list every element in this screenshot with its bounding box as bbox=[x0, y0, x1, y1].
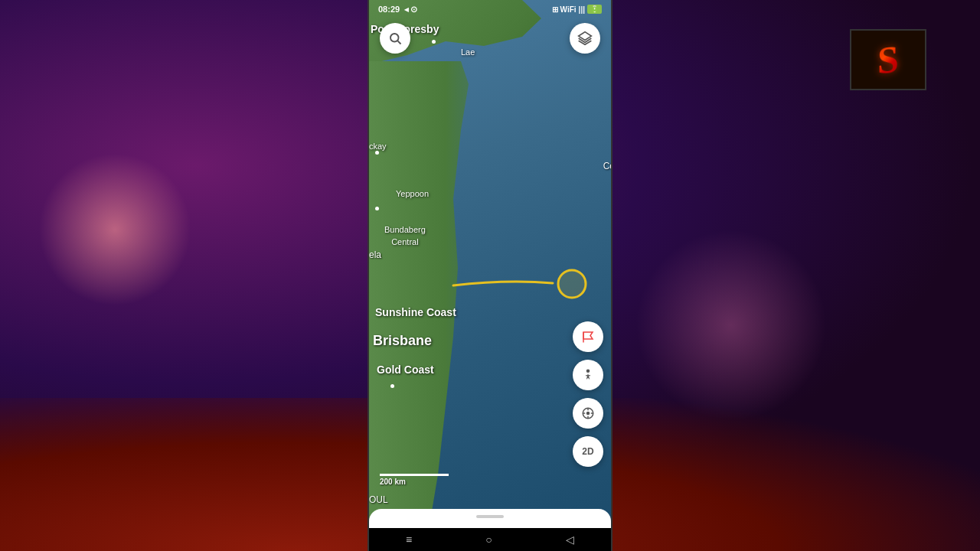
bottom-sheet-handle bbox=[476, 515, 504, 518]
status-time: 08:29 ◂ ⊙ bbox=[378, 5, 417, 15]
bg-glow-left bbox=[38, 153, 191, 306]
phone-frame: Port Moresby Lae ckay Yeppoon BundabergC… bbox=[368, 0, 612, 551]
nav-back-icon[interactable]: ◁ bbox=[566, 533, 574, 546]
scale-line bbox=[380, 474, 449, 476]
scale-label: 200 km bbox=[380, 478, 406, 486]
nav-home-icon[interactable]: ○ bbox=[485, 533, 492, 546]
svg-line-2 bbox=[397, 41, 400, 44]
superman-letter: S bbox=[877, 37, 899, 83]
map-container[interactable]: Port Moresby Lae ckay Yeppoon BundabergC… bbox=[369, 0, 611, 551]
pegman-button[interactable] bbox=[573, 360, 603, 390]
status-bar: 08:29 ◂ ⊙ ⊞ WiFi ||| 🔋 bbox=[369, 0, 611, 18]
scale-bar: 200 km bbox=[380, 474, 449, 486]
status-icons: ⊞ WiFi ||| 🔋 bbox=[552, 5, 602, 14]
svg-point-7 bbox=[587, 412, 590, 415]
bg-glow-right bbox=[635, 230, 827, 421]
svg-point-1 bbox=[390, 34, 399, 42]
layers-button[interactable] bbox=[570, 23, 600, 54]
flag-button[interactable] bbox=[573, 321, 603, 352]
action-buttons: 2D bbox=[573, 321, 603, 467]
2d-button[interactable]: 2D bbox=[573, 436, 603, 467]
superman-logo: S bbox=[850, 29, 926, 90]
search-button[interactable] bbox=[380, 23, 410, 54]
compass-button[interactable] bbox=[573, 398, 603, 429]
svg-point-5 bbox=[586, 370, 590, 373]
nav-menu-icon[interactable]: ≡ bbox=[406, 533, 412, 546]
nav-bar: ≡ ○ ◁ bbox=[369, 528, 611, 551]
